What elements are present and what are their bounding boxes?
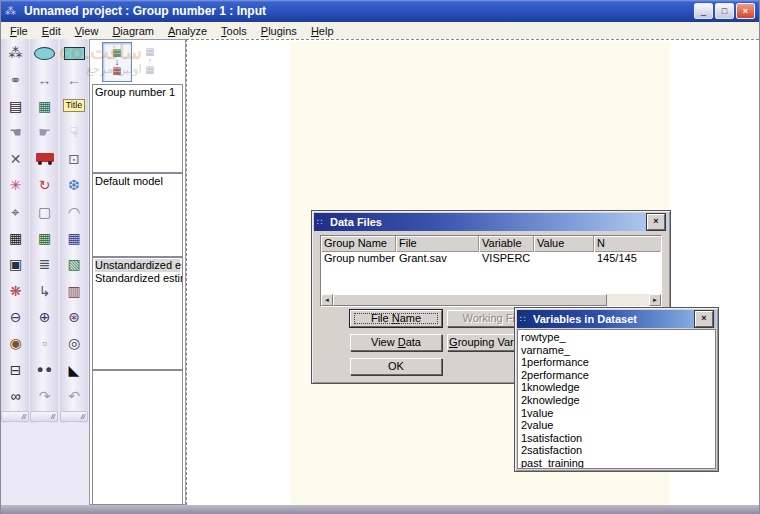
tool-bayesian-pattern[interactable]: ▫ xyxy=(30,330,59,356)
tool-zoom-page[interactable]: ⊛ xyxy=(59,304,89,330)
variable-item[interactable]: past_training xyxy=(521,457,712,469)
multiple-groups-icon: ☻☻ xyxy=(36,366,53,374)
tool-copy-path[interactable]: ↳ xyxy=(30,278,59,304)
select-one-hand-icon: ☚ xyxy=(9,125,22,139)
toolbar-column-grip[interactable]: // xyxy=(1,411,29,422)
tool-multiple-groups[interactable]: ☻☻ xyxy=(30,357,59,383)
title-bar[interactable]: ⁂ Unnamed project : Group number 1 : Inp… xyxy=(1,0,759,22)
list-item[interactable]: Unstandardized estimates xyxy=(95,259,180,272)
variable-item[interactable]: 1knowledge xyxy=(521,381,712,394)
ok-button[interactable]: OK xyxy=(350,358,442,375)
menu-diagram[interactable]: Diagram xyxy=(105,24,161,38)
variable-item[interactable]: 2satisfaction xyxy=(521,444,712,457)
tool-zoom-out[interactable]: ⊖ xyxy=(1,304,30,330)
list-item[interactable]: Standardized estimates xyxy=(95,272,180,285)
menu-file[interactable]: File xyxy=(3,24,35,38)
menu-edit[interactable]: Edit xyxy=(35,24,68,38)
tool-object-properties[interactable]: ≣ xyxy=(30,251,59,277)
covariance-arrow-icon: ↔ xyxy=(38,73,52,87)
menu-view[interactable]: View xyxy=(68,24,106,38)
data-files-title-bar[interactable]: ∷ Data Files × xyxy=(314,213,668,231)
variable-item[interactable]: 2knowledge xyxy=(521,394,712,407)
variable-item[interactable]: 2value xyxy=(521,419,712,432)
estimates-list[interactable]: Unstandardized estimatesStandardized est… xyxy=(92,257,183,370)
variables-title-bar[interactable]: ∷ Variables in Dataset × xyxy=(517,310,716,328)
tool-rotate-model[interactable]: ↻ xyxy=(30,172,59,198)
column-header[interactable]: File xyxy=(396,236,479,252)
tool-scroll-canvas[interactable]: ▢ xyxy=(30,198,59,224)
tool-draw-ellipse[interactable] xyxy=(30,40,59,66)
variable-item[interactable]: rowtype_ xyxy=(521,331,712,344)
tool-add-unique-variable[interactable]: ⚭ xyxy=(1,66,30,92)
view-input-path-diagram-button[interactable]: ▦↓▦ xyxy=(102,42,132,82)
tool-print[interactable]: ⊟ xyxy=(1,357,30,383)
column-header[interactable]: Group Name xyxy=(321,236,396,252)
list-item[interactable]: Group number 1 xyxy=(95,86,180,99)
tool-select-all-hand[interactable]: ☛ xyxy=(30,119,59,145)
variable-item[interactable]: varname_ xyxy=(521,344,712,357)
menu-tools[interactable]: Tools xyxy=(214,24,254,38)
tool-indicator-rows-color[interactable]: ▦ xyxy=(30,93,59,119)
minimize-button[interactable]: _ xyxy=(694,3,713,19)
tool-zoom-in[interactable]: ⊕ xyxy=(30,304,59,330)
scroll-left-button[interactable]: ◄ xyxy=(321,294,333,306)
tool-analysis-properties[interactable]: ▧ xyxy=(59,251,89,277)
view-output-path-diagram-button[interactable]: ▦↑▦ xyxy=(136,42,164,80)
menu-help[interactable]: Help xyxy=(304,24,341,38)
tool-erase[interactable]: ✕ xyxy=(1,146,30,172)
variables-close-button[interactable]: × xyxy=(695,311,713,327)
tool-deselect-hand[interactable]: ☟ xyxy=(59,119,89,145)
tool-title[interactable]: Title xyxy=(59,93,89,119)
tool-move-parameter[interactable]: ⌖ xyxy=(1,198,30,224)
toolbar-column-grip[interactable]: // xyxy=(60,411,88,422)
tool-keyboard-data-color[interactable]: ▦ xyxy=(30,225,59,251)
list-item[interactable]: Default model xyxy=(95,175,180,188)
tool-select-one-hand[interactable]: ☚ xyxy=(1,119,30,145)
tool-duplicate[interactable]: ⊡ xyxy=(59,146,89,172)
menu-analyze[interactable]: Analyze xyxy=(161,24,214,38)
menu-plugins[interactable]: Plugins xyxy=(254,24,304,38)
data-files-close-button[interactable]: × xyxy=(647,214,665,230)
tool-zoom-area[interactable]: ◉ xyxy=(1,330,30,356)
table-row[interactable]: Group number 1Grant.savVISPERC145/145 xyxy=(321,252,661,266)
tool-distribution-chart[interactable]: ◣ xyxy=(59,357,89,383)
column-header[interactable]: Value xyxy=(534,236,594,252)
tool-matrix-chart[interactable]: ▥ xyxy=(59,278,89,304)
models-list[interactable]: Default model xyxy=(92,173,183,257)
toolbar-column-grip[interactable]: // xyxy=(30,411,58,422)
tool-color-tree[interactable]: ❋ xyxy=(1,278,30,304)
zoom-page-icon: ⊛ xyxy=(68,310,80,324)
scroll-thumb[interactable] xyxy=(333,294,607,306)
close-button[interactable]: × xyxy=(736,3,755,19)
column-header[interactable]: Variable xyxy=(479,236,534,252)
maximize-button[interactable]: □ xyxy=(715,3,734,19)
tool-indicator-diagram[interactable]: ⁂ xyxy=(1,40,30,66)
deselect-hand-icon: ☟ xyxy=(70,125,79,139)
tool-move-truck[interactable] xyxy=(30,146,59,172)
view-data-button[interactable]: View Data xyxy=(350,334,442,351)
table-horizontal-scrollbar[interactable]: ◄ ► xyxy=(321,294,661,306)
tool-fit-to-page[interactable]: ◠ xyxy=(59,198,89,224)
tool-multicolor-network[interactable]: ✳ xyxy=(1,172,30,198)
tool-redo[interactable]: ↷ xyxy=(30,383,59,409)
tool-touch-up[interactable]: ❆ xyxy=(59,172,89,198)
tool-data-grid[interactable]: ▦ xyxy=(59,225,89,251)
variable-item[interactable]: 1value xyxy=(521,407,712,420)
variable-item[interactable]: 1performance xyxy=(521,356,712,369)
files-list[interactable] xyxy=(92,370,183,505)
tool-undo[interactable]: ↶ xyxy=(59,383,89,409)
variable-item[interactable]: 1satisfaction xyxy=(521,432,712,445)
tool-indicator-rows[interactable]: ▤ xyxy=(1,93,30,119)
file-name-button[interactable]: File Name xyxy=(350,310,442,327)
tool-keyboard-data[interactable]: ▦ xyxy=(1,225,30,251)
tool-save-model[interactable]: ▣ xyxy=(1,251,30,277)
tool-draw-rectangle[interactable] xyxy=(59,40,89,66)
column-header[interactable]: N xyxy=(594,236,660,252)
tool-path-arrow[interactable]: ← xyxy=(59,66,89,92)
groups-list[interactable]: Group number 1 xyxy=(92,84,183,173)
tool-covariance-arrow[interactable]: ↔ xyxy=(30,66,59,92)
tool-search-binoculars[interactable]: ∞ xyxy=(1,383,30,409)
variable-item[interactable]: 2performance xyxy=(521,369,712,382)
scroll-right-button[interactable]: ► xyxy=(649,294,661,306)
tool-copy-to-clipboard[interactable]: ◎ xyxy=(59,330,89,356)
